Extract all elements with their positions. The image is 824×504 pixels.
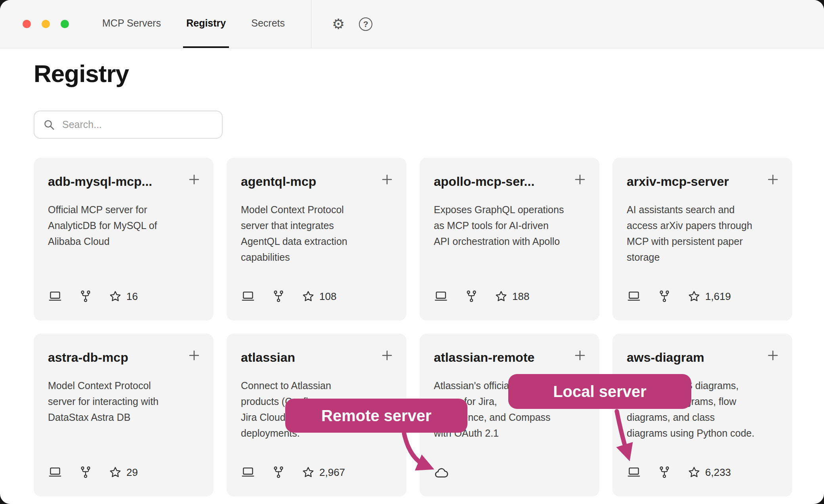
- search-box: [34, 111, 223, 139]
- toolbar-divider: [311, 0, 311, 48]
- toolbar: MCP Servers Registry Secrets ⚙ ?: [0, 0, 824, 48]
- fork-icon: [80, 466, 92, 479]
- star-stat: 108: [302, 290, 336, 303]
- help-icon[interactable]: ?: [359, 17, 372, 31]
- star-icon: [688, 290, 700, 303]
- local-server-callout: Local server: [508, 374, 691, 409]
- laptop-icon: [48, 290, 62, 302]
- laptop-icon: [627, 290, 641, 302]
- card-footer: 16: [48, 290, 199, 303]
- gear-icon[interactable]: ⚙: [332, 17, 345, 31]
- server-card-aws-diagram[interactable]: aws-diagram Generate AWS diagrams, seque…: [612, 334, 792, 496]
- star-icon: [302, 466, 315, 479]
- fork-icon: [658, 466, 670, 479]
- remote-server-callout: Remote server: [285, 399, 467, 433]
- star-count: 188: [512, 290, 529, 303]
- add-server-icon[interactable]: [380, 173, 394, 186]
- server-description: Official MCP server for AnalyticDB for M…: [48, 202, 199, 249]
- app-window: MCP Servers Registry Secrets ⚙ ? Registr…: [0, 0, 824, 504]
- traffic-lights: [0, 0, 69, 48]
- server-name: apollo-mcp-ser...: [434, 174, 576, 189]
- server-card-astra-db-mcp[interactable]: astra-db-mcp Model Context Protocol serv…: [34, 334, 214, 496]
- card-footer: 108: [241, 290, 392, 303]
- add-server-icon[interactable]: [573, 349, 587, 362]
- card-footer: 1,619: [627, 290, 778, 303]
- toolbar-icons: ⚙ ?: [332, 0, 372, 48]
- card-footer: 6,233: [627, 466, 778, 479]
- star-stat: 16: [109, 290, 138, 303]
- server-name: agentql-mcp: [241, 174, 383, 189]
- star-icon: [302, 290, 315, 303]
- server-name: atlassian: [241, 350, 383, 365]
- laptop-icon: [241, 290, 255, 302]
- star-icon: [109, 290, 122, 303]
- star-stat: 29: [109, 466, 138, 479]
- fork-icon: [80, 290, 92, 303]
- star-count: 1,619: [705, 290, 731, 303]
- server-description: Exposes GraphQL operations as MCP tools …: [434, 202, 585, 249]
- minimize-window-button[interactable]: [42, 20, 50, 28]
- tab-registry[interactable]: Registry: [183, 0, 229, 48]
- close-window-button[interactable]: [23, 20, 31, 28]
- server-description: Model Context Protocol server that integ…: [241, 202, 392, 265]
- tab-mcp-servers[interactable]: MCP Servers: [99, 0, 164, 48]
- laptop-icon: [241, 466, 255, 478]
- server-name: astra-db-mcp: [48, 350, 191, 365]
- server-card-adb-mysql-mcp[interactable]: adb-mysql-mcp... Official MCP server for…: [34, 158, 214, 321]
- zoom-window-button[interactable]: [61, 20, 69, 28]
- card-footer: 2,967: [241, 466, 392, 479]
- star-icon: [109, 466, 122, 479]
- star-icon: [495, 290, 507, 303]
- laptop-icon: [627, 466, 641, 478]
- star-count: 16: [126, 290, 138, 303]
- card-footer: [434, 467, 585, 479]
- add-server-icon[interactable]: [766, 173, 780, 186]
- add-server-icon[interactable]: [766, 349, 780, 362]
- add-server-icon[interactable]: [187, 349, 201, 362]
- cloud-icon: [434, 467, 449, 479]
- laptop-icon: [434, 290, 448, 302]
- star-stat: 6,233: [688, 466, 731, 479]
- server-description: Model Context Protocol server for intera…: [48, 378, 199, 425]
- star-count: 2,967: [319, 466, 345, 479]
- server-card-apollo-mcp-server[interactable]: apollo-mcp-ser... Exposes GraphQL operat…: [420, 158, 599, 321]
- server-name: arxiv-mcp-server: [627, 174, 769, 189]
- fork-icon: [658, 290, 670, 303]
- search-input[interactable]: [61, 118, 213, 131]
- star-count: 108: [319, 290, 336, 303]
- add-server-icon[interactable]: [187, 173, 201, 186]
- star-icon: [688, 466, 700, 479]
- add-server-icon[interactable]: [380, 349, 394, 362]
- search-icon: [43, 119, 55, 131]
- server-name: adb-mysql-mcp...: [48, 174, 191, 189]
- server-description: AI assistants search and access arXiv pa…: [627, 202, 778, 265]
- server-name: aws-diagram: [627, 350, 769, 365]
- card-footer: 29: [48, 466, 199, 479]
- star-count: 29: [126, 466, 138, 479]
- fork-icon: [465, 290, 477, 303]
- star-stat: 2,967: [302, 466, 345, 479]
- fork-icon: [273, 290, 284, 303]
- server-card-arxiv-mcp-server[interactable]: arxiv-mcp-server AI assistants search an…: [612, 158, 792, 321]
- main-nav: MCP Servers Registry Secrets: [99, 0, 288, 48]
- page-title: Registry: [34, 59, 129, 88]
- tab-secrets[interactable]: Secrets: [248, 0, 288, 48]
- star-stat: 188: [495, 290, 529, 303]
- registry-grid: adb-mysql-mcp... Official MCP server for…: [34, 158, 792, 496]
- star-stat: 1,619: [688, 290, 731, 303]
- star-count: 6,233: [705, 466, 731, 479]
- card-footer: 188: [434, 290, 585, 303]
- server-name: atlassian-remote: [434, 350, 576, 365]
- server-card-agentql-mcp[interactable]: agentql-mcp Model Context Protocol serve…: [227, 158, 406, 321]
- fork-icon: [273, 466, 284, 479]
- add-server-icon[interactable]: [573, 173, 587, 186]
- laptop-icon: [48, 466, 62, 478]
